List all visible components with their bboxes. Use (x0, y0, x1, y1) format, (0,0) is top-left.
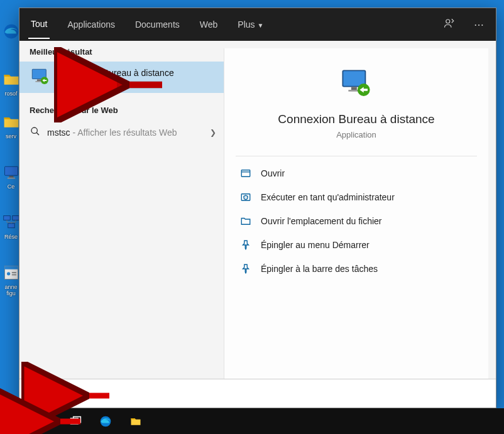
web-search-suffix: - Afficher les résultats Web (70, 127, 177, 138)
divider (236, 156, 477, 156)
svg-rect-28 (16, 421, 21, 426)
start-button[interactable] (0, 408, 30, 434)
more-options-icon[interactable]: ⋯ (472, 19, 487, 31)
folder-icon (1, 112, 21, 132)
search-body: Meilleur résultat Connexion Bureau à dis… (19, 41, 496, 379)
pin-start-icon (239, 239, 252, 251)
svg-rect-3 (7, 178, 14, 179)
best-match-item[interactable]: Connexion Bureau à distance Application (19, 62, 224, 93)
task-view-button[interactable] (60, 408, 90, 434)
svg-point-29 (41, 416, 48, 424)
action-open[interactable]: Ouvrir (236, 161, 477, 185)
action-open-label: Ouvrir (261, 168, 285, 178)
search-icon (28, 387, 40, 401)
web-search-query: mstsc (47, 127, 70, 138)
svg-rect-1 (4, 166, 18, 175)
svg-rect-8 (4, 266, 18, 269)
svg-rect-27 (10, 421, 15, 426)
chevron-right-icon: ❯ (210, 128, 216, 137)
tab-all[interactable]: Tout (28, 10, 50, 39)
feedback-icon[interactable] (442, 18, 457, 31)
svg-rect-30 (71, 418, 79, 424)
action-open-location[interactable]: Ouvrir l'emplacement du fichier (236, 209, 477, 233)
search-tabs: Tout Applications Documents Web Plus▼ ⋯ (19, 8, 496, 41)
search-bar (19, 379, 496, 408)
best-match-subtitle: Application (58, 78, 174, 87)
web-search-text: mstsc - Afficher les résultats Web (47, 127, 177, 138)
web-search-header: Rechercher sur le Web (19, 99, 224, 120)
svg-rect-14 (37, 79, 41, 81)
open-icon (239, 167, 252, 180)
action-run-admin-label: Exécuter en tant qu'administrateur (261, 192, 395, 202)
tab-more-label: Plus (238, 19, 255, 30)
search-input[interactable] (46, 388, 487, 400)
svg-point-24 (30, 388, 36, 395)
network-icon (1, 212, 21, 232)
results-panel: Meilleur résultat Connexion Bureau à dis… (19, 41, 224, 379)
action-run-admin[interactable]: Exécuter en tant qu'administrateur (236, 185, 477, 209)
pin-taskbar-icon (239, 263, 252, 275)
tab-more[interactable]: Plus▼ (235, 11, 266, 38)
svg-rect-5 (12, 216, 19, 220)
rdp-app-icon-large (339, 67, 373, 101)
svg-rect-22 (241, 170, 250, 177)
edge-icon (1, 21, 21, 41)
svg-rect-2 (9, 176, 13, 178)
tab-web[interactable]: Web (197, 11, 221, 38)
action-open-location-label: Ouvrir l'emplacement du fichier (261, 216, 382, 226)
action-pin-taskbar[interactable]: Épingler à la barre des tâches (236, 257, 477, 281)
svg-rect-11 (11, 274, 16, 276)
action-pin-taskbar-label: Épingler à la barre des tâches (261, 264, 378, 274)
svg-point-12 (446, 19, 450, 23)
taskbar-search-button[interactable] (30, 408, 60, 434)
action-pin-start-label: Épingler au menu Démarrer (261, 240, 370, 250)
taskbar-explorer[interactable] (121, 408, 151, 434)
svg-point-17 (31, 127, 37, 133)
svg-point-9 (7, 272, 10, 275)
action-pin-start[interactable]: Épingler au menu Démarrer (236, 233, 477, 257)
svg-rect-4 (3, 216, 10, 220)
svg-rect-6 (8, 224, 14, 228)
folder-icon (1, 69, 21, 89)
search-popup: Tout Applications Documents Web Plus▼ ⋯ … (19, 8, 496, 408)
best-match-title: Connexion Bureau à distance (58, 68, 174, 78)
monitor-icon (1, 162, 21, 182)
svg-rect-26 (16, 416, 21, 421)
taskbar (0, 408, 504, 434)
shield-icon (239, 191, 252, 203)
desktop-label: anne figu (4, 284, 17, 296)
taskbar-edge[interactable] (90, 408, 121, 434)
desktop-label: Rése (4, 234, 18, 240)
desktop-label: rosof (4, 90, 17, 97)
desktop-label: Ce (8, 183, 15, 190)
detail-panel: Connexion Bureau à distance Application … (224, 48, 488, 379)
desktop-label: serv (6, 133, 16, 139)
svg-rect-25 (10, 416, 15, 421)
best-match-header: Meilleur résultat (19, 41, 224, 62)
settings-panel-icon (1, 263, 21, 283)
tab-apps[interactable]: Applications (65, 11, 118, 38)
tab-documents[interactable]: Documents (133, 11, 182, 38)
svg-rect-31 (74, 416, 81, 422)
folder-location-icon (239, 215, 252, 227)
web-search-item[interactable]: mstsc - Afficher les résultats Web ❯ (19, 120, 224, 145)
chevron-down-icon: ▼ (258, 22, 264, 29)
detail-title: Connexion Bureau à distance (278, 112, 434, 126)
detail-subtitle: Application (336, 130, 376, 139)
search-icon (30, 126, 41, 139)
rdp-app-icon (30, 67, 51, 88)
svg-rect-10 (11, 272, 16, 273)
svg-rect-19 (351, 87, 357, 90)
